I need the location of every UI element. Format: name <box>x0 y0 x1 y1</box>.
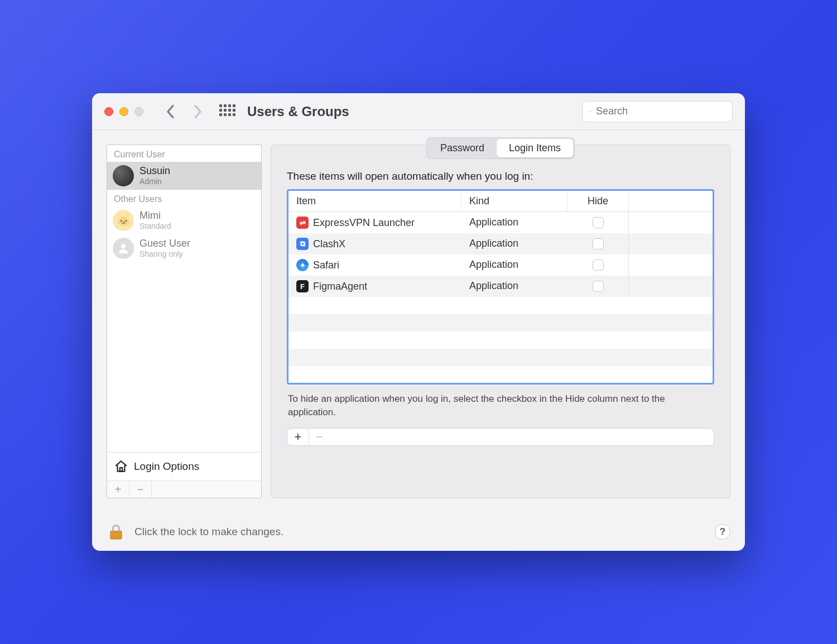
zoom-button[interactable] <box>134 107 143 116</box>
column-spacer <box>629 191 713 212</box>
other-users-label: Other Users <box>107 190 261 206</box>
item-name: FigmaAgent <box>313 281 367 292</box>
svg-line-1 <box>591 112 591 112</box>
titlebar: Users & Groups <box>92 93 745 130</box>
nav-buttons <box>166 104 203 119</box>
forward-button[interactable] <box>193 104 203 119</box>
lock-icon[interactable] <box>107 522 126 541</box>
hide-checkbox[interactable] <box>593 217 604 228</box>
figma-icon: F <box>296 280 309 292</box>
add-remove-buttons: + − <box>287 428 714 446</box>
table-row[interactable]: ⧉ClashX Application <box>288 233 713 254</box>
clashx-icon: ⧉ <box>296 238 309 250</box>
user-name: Mimi <box>140 210 171 222</box>
main-panel: Password Login Items These items will op… <box>271 145 730 498</box>
item-name: ClashX <box>313 238 345 250</box>
help-button[interactable]: ? <box>715 524 730 540</box>
window-title: Users & Groups <box>247 104 349 119</box>
search-field[interactable] <box>582 101 733 122</box>
user-name: Guest User <box>140 238 190 249</box>
search-input[interactable] <box>596 105 725 117</box>
current-user-label: Current User <box>107 145 261 162</box>
column-hide[interactable]: Hide <box>567 191 629 212</box>
user-role: Admin <box>140 177 170 186</box>
add-user-button[interactable]: + <box>107 481 129 498</box>
empty-row <box>288 314 713 331</box>
tab-segmented-control: Password Login Items <box>426 137 575 159</box>
sidebar-add-remove: + − <box>107 480 261 498</box>
login-options-label: Login Options <box>134 460 199 473</box>
window-controls <box>104 107 143 116</box>
item-kind: Application <box>461 212 567 233</box>
tab-login-items[interactable]: Login Items <box>497 139 573 157</box>
remove-item-button[interactable]: − <box>309 429 330 445</box>
hide-hint: To hide an application when you log in, … <box>288 392 713 419</box>
safari-icon: ✦ <box>296 259 309 271</box>
item-kind: Application <box>461 276 567 297</box>
remove-user-button[interactable]: − <box>129 481 152 498</box>
user-name: Susuin <box>140 166 170 177</box>
item-name: Safari <box>313 259 339 271</box>
svg-point-2 <box>121 244 126 248</box>
empty-row <box>288 297 713 314</box>
svg-rect-3 <box>120 468 122 472</box>
user-role: Sharing only <box>140 249 190 258</box>
item-kind: Application <box>461 254 567 276</box>
table-row[interactable]: ✦Safari Application <box>288 254 713 276</box>
table-row[interactable]: ⇌ExpressVPN Launcher Application <box>288 212 713 233</box>
avatar: 🐱 <box>113 210 134 231</box>
tab-password[interactable]: Password <box>428 139 497 157</box>
users-sidebar: Current User Susuin Admin Other Users 🐱 … <box>107 145 262 498</box>
item-kind: Application <box>461 233 567 254</box>
user-row-guest[interactable]: Guest User Sharing only <box>107 234 261 262</box>
avatar <box>113 238 134 259</box>
item-name: ExpressVPN Launcher <box>313 217 415 229</box>
avatar <box>113 165 134 186</box>
table-body: ⇌ExpressVPN Launcher Application ⧉ClashX… <box>288 212 713 383</box>
column-item[interactable]: Item <box>288 191 461 212</box>
login-items-table[interactable]: Item Kind Hide ⇌ExpressVPN Launcher Appl… <box>287 189 714 385</box>
minimize-button[interactable] <box>119 107 128 116</box>
add-item-button[interactable]: + <box>287 429 309 445</box>
preferences-window: Users & Groups Current User Susuin Admin… <box>92 93 745 551</box>
user-role: Standard <box>140 222 171 230</box>
footer: Click the lock to make changes. ? <box>92 513 745 551</box>
close-button[interactable] <box>104 107 113 116</box>
user-row-mimi[interactable]: 🐱 Mimi Standard <box>107 206 261 234</box>
svg-rect-4 <box>110 531 122 539</box>
empty-row <box>288 331 713 349</box>
login-options-button[interactable]: Login Options <box>107 452 261 480</box>
back-button[interactable] <box>166 104 176 119</box>
empty-row <box>288 349 713 366</box>
house-icon <box>114 459 128 474</box>
column-kind[interactable]: Kind <box>461 191 567 212</box>
table-row[interactable]: FFigmaAgent Application <box>288 276 713 297</box>
lock-text: Click the lock to make changes. <box>134 526 283 538</box>
hide-checkbox[interactable] <box>593 238 604 249</box>
user-row-susuin[interactable]: Susuin Admin <box>107 162 261 190</box>
login-items-intro: These items will open automatically when… <box>287 170 714 182</box>
empty-row <box>288 366 713 383</box>
show-all-icon[interactable] <box>219 104 234 119</box>
expressvpn-icon: ⇌ <box>296 217 309 229</box>
hide-checkbox[interactable] <box>593 259 604 271</box>
hide-checkbox[interactable] <box>593 281 604 292</box>
search-icon <box>589 107 591 117</box>
table-header: Item Kind Hide <box>288 191 713 212</box>
